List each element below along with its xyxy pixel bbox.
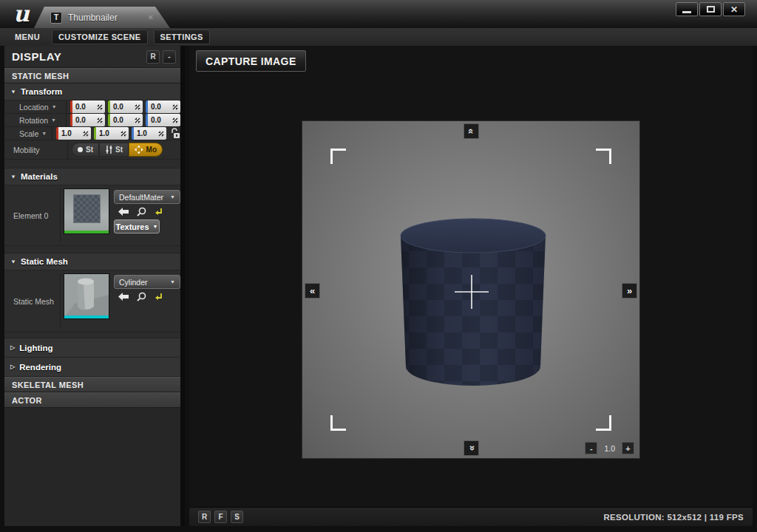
pan-down-button[interactable]: « bbox=[464, 440, 479, 456]
material-color-bar bbox=[64, 231, 109, 233]
status-s-button[interactable]: S bbox=[231, 511, 243, 523]
category-transform-label: Transform bbox=[21, 87, 62, 96]
zoom-control: - 1.0 + bbox=[585, 442, 634, 454]
section-static-mesh[interactable]: STATIC MESH bbox=[4, 68, 180, 83]
collapse-panel-button[interactable]: - bbox=[163, 50, 176, 64]
panel-title: DISPLAY bbox=[12, 50, 143, 63]
drag-handle-icon bbox=[135, 104, 140, 110]
mesh-preview-image bbox=[64, 274, 109, 316]
close-icon: ✕ bbox=[730, 5, 738, 14]
scale-label-text: Scale bbox=[19, 129, 38, 138]
rotation-label[interactable]: Rotation ▼ bbox=[4, 114, 67, 126]
browse-to-asset-icon[interactable] bbox=[118, 208, 129, 216]
search-icon[interactable] bbox=[137, 207, 146, 216]
main-area: CAPTURE IMAGE bbox=[189, 46, 753, 526]
status-f-button[interactable]: F bbox=[214, 511, 227, 523]
rotate-right-button[interactable]: » bbox=[622, 283, 637, 299]
menu-item-menu[interactable]: MENU bbox=[9, 30, 46, 44]
pan-up-button[interactable]: « bbox=[464, 123, 479, 139]
static-mesh-label: Static Mesh bbox=[4, 273, 61, 329]
mobility-label: Mobility bbox=[4, 140, 68, 159]
reset-to-default-icon[interactable] bbox=[155, 293, 163, 301]
rotate-left-button[interactable]: « bbox=[305, 283, 320, 299]
mesh-color-bar bbox=[64, 316, 109, 318]
rotation-z-input[interactable]: 0.0 bbox=[146, 114, 180, 126]
chevron-down-icon: ▼ bbox=[170, 279, 175, 284]
scale-x-input[interactable]: 1.0 bbox=[56, 127, 91, 140]
window-controls: ✕ bbox=[676, 2, 745, 16]
chevron-down-icon: ▼ bbox=[153, 224, 158, 229]
chevron-double-right-icon: » bbox=[627, 286, 632, 296]
lock-open-icon[interactable] bbox=[171, 128, 180, 139]
zoom-out-button[interactable]: - bbox=[585, 442, 597, 454]
location-label-text: Location bbox=[19, 103, 49, 112]
scale-z-input[interactable]: 1.0 bbox=[132, 127, 166, 140]
mobility-movable-button[interactable]: Mo bbox=[129, 143, 163, 157]
tab-thumbnailer[interactable]: T Thumbnailer ✕ bbox=[34, 7, 170, 28]
category-materials[interactable]: ▼ Materials bbox=[4, 168, 180, 185]
capture-image-button[interactable]: CAPTURE IMAGE bbox=[196, 50, 306, 72]
frame-corner-bottom-left bbox=[330, 415, 346, 431]
category-materials-label: Materials bbox=[21, 172, 58, 181]
category-transform[interactable]: ▼ Transform bbox=[4, 83, 180, 100]
mesh-dropdown[interactable]: Cylinder▼ bbox=[114, 275, 180, 289]
status-r-button[interactable]: R bbox=[198, 511, 211, 523]
drag-handle-icon bbox=[97, 104, 103, 110]
resolution-status-text: RESOLUTION: 512x512 | 119 FPS bbox=[603, 513, 744, 522]
location-label[interactable]: Location ▼ bbox=[4, 100, 67, 113]
reset-to-default-icon[interactable] bbox=[155, 208, 163, 216]
scale-label[interactable]: Scale ▼ bbox=[4, 127, 52, 140]
reset-panel-button[interactable]: R bbox=[146, 50, 160, 64]
rotation-x-input[interactable]: 0.0 bbox=[70, 114, 105, 126]
menu-item-customize-scene[interactable]: CUSTOMIZE SCENE bbox=[52, 30, 148, 44]
expanded-triangle-icon: ▼ bbox=[10, 174, 16, 180]
search-icon[interactable] bbox=[137, 292, 146, 301]
static-icon bbox=[78, 147, 83, 152]
transform-row-location: Location ▼ 0.0 0.0 0.0 bbox=[4, 100, 180, 114]
app-window: u T Thumbnailer ✕ ✕ MENU CUSTOMIZE SCENE… bbox=[0, 0, 757, 532]
static-mesh-row: Static Mesh Cylinder▼ bbox=[4, 270, 180, 332]
browse-to-asset-icon[interactable] bbox=[118, 293, 129, 301]
category-rendering-label: Rendering bbox=[19, 363, 61, 372]
drag-handle-icon bbox=[158, 131, 164, 137]
movable-icon bbox=[135, 145, 143, 154]
material-preview-image bbox=[73, 194, 101, 223]
zoom-in-button[interactable]: + bbox=[622, 442, 634, 454]
location-x-input[interactable]: 0.0 bbox=[70, 100, 105, 113]
tab-thumbnailer-icon: T bbox=[50, 12, 62, 24]
cylinder-render bbox=[302, 121, 641, 460]
close-button[interactable]: ✕ bbox=[723, 2, 745, 16]
mobility-segmented-control: St St Mo bbox=[72, 143, 163, 157]
category-static-mesh-label: Static Mesh bbox=[21, 257, 68, 266]
mobility-stationary-button[interactable]: St bbox=[99, 143, 129, 157]
location-y-input[interactable]: 0.0 bbox=[108, 100, 143, 113]
category-static-mesh[interactable]: ▼ Static Mesh bbox=[4, 253, 180, 270]
category-lighting-label: Lighting bbox=[19, 344, 52, 352]
material-thumbnail[interactable] bbox=[64, 188, 109, 234]
maximize-button[interactable] bbox=[699, 2, 722, 16]
chevron-down-icon: ▼ bbox=[41, 131, 47, 136]
chevron-double-left-icon: « bbox=[310, 286, 315, 296]
rotation-y-input[interactable]: 0.0 bbox=[108, 114, 143, 126]
frame-corner-top-left bbox=[330, 149, 346, 164]
section-actor[interactable]: ACTOR bbox=[4, 392, 180, 408]
expanded-triangle-icon: ▼ bbox=[10, 89, 16, 95]
preview-viewport[interactable]: « « « » - 1.0 + bbox=[302, 120, 640, 459]
menu-item-settings[interactable]: SETTINGS bbox=[154, 30, 210, 44]
drag-handle-icon bbox=[172, 117, 178, 123]
element0-label: Element 0 bbox=[4, 188, 61, 242]
category-rendering[interactable]: ▷ Rendering bbox=[4, 358, 180, 377]
mobility-static-button[interactable]: St bbox=[72, 143, 99, 157]
chevron-down-icon: ▼ bbox=[170, 194, 175, 200]
element0-label-text: Element 0 bbox=[13, 211, 48, 220]
tab-close-icon[interactable]: ✕ bbox=[148, 13, 154, 21]
scale-y-input[interactable]: 1.0 bbox=[94, 127, 129, 140]
category-lighting[interactable]: ▷ Lighting bbox=[4, 338, 180, 358]
mesh-thumbnail[interactable] bbox=[64, 273, 109, 319]
textures-dropdown-button[interactable]: Textures▼ bbox=[114, 219, 160, 233]
location-z-input[interactable]: 0.0 bbox=[146, 100, 180, 113]
static-mesh-label-text: Static Mesh bbox=[13, 297, 54, 306]
minimize-button[interactable] bbox=[676, 2, 698, 16]
material-dropdown[interactable]: DefaultMater▼ bbox=[114, 190, 180, 204]
section-skeletal-mesh[interactable]: SKELETAL MESH bbox=[4, 377, 180, 392]
